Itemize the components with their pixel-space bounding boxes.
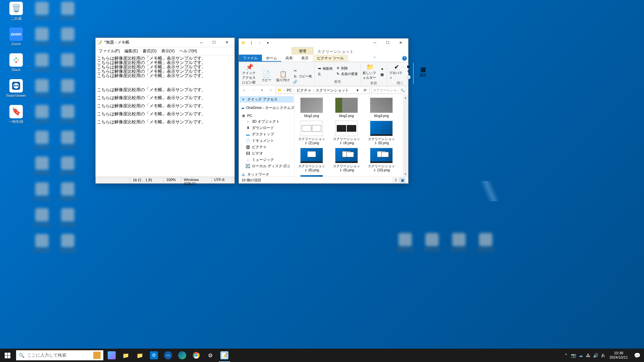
ribbon-easyaccess-button[interactable]: ▦: [379, 72, 385, 77]
tray-clock[interactable]: 10:38 2024/10/11: [607, 351, 631, 360]
view-details-button[interactable]: ☰: [393, 178, 399, 183]
maximize-button[interactable]: ☐: [381, 38, 394, 47]
file-thumbnail[interactable]: blog1.png: [297, 98, 326, 118]
ribbon-newfolder-button[interactable]: 📁新しいフォルダー: [362, 63, 378, 81]
minimize-button[interactable]: ─: [195, 38, 208, 47]
desktop-icon-blurred[interactable]: [29, 2, 55, 27]
nav-forward-button[interactable]: →: [250, 86, 257, 94]
desktop-icon-blurred[interactable]: [29, 27, 55, 53]
desktop-icon-blurred[interactable]: [55, 79, 80, 105]
ribbon-delete-button[interactable]: ✕削除: [334, 66, 359, 71]
desktop-icon-recycle-bin[interactable]: 🗑️ ごみ箱: [3, 2, 29, 27]
breadcrumb[interactable]: 📁 PC ピクチャ スクリーンショット ▾ ⟳: [276, 86, 370, 94]
desktop-icon-blurred[interactable]: [419, 233, 445, 258]
desktop-icon-blurred[interactable]: [29, 79, 55, 105]
minimize-button[interactable]: ─: [369, 38, 381, 47]
tab-picture-tools[interactable]: ピクチャ ツール: [313, 55, 348, 62]
ribbon-cut-button[interactable]: ✂: [292, 68, 313, 73]
desktop-icon-temp[interactable]: 🔖 一時利用: [3, 105, 29, 130]
ribbon-paste-shortcut-button[interactable]: 🔗: [292, 79, 313, 84]
tray-ime[interactable]: あ: [599, 353, 607, 358]
tray-network-icon[interactable]: 🖧: [585, 353, 592, 358]
tray-overflow-button[interactable]: ⌃: [562, 353, 570, 358]
context-tab-manage[interactable]: 管理: [292, 47, 313, 55]
desktop-icon-blurred[interactable]: [29, 53, 55, 79]
desktop-icon-blurred[interactable]: [55, 105, 80, 130]
nav-up-button[interactable]: ↑: [267, 86, 274, 94]
refresh-button[interactable]: ⟳: [362, 88, 368, 93]
desktop-icon-blurred[interactable]: [29, 182, 55, 208]
menu-help[interactable]: ヘルプ(H): [177, 48, 200, 55]
notepad-textarea[interactable]: こちらは解像度比較用の「メモ帳」表示サンプルです。こちらは解像度比較用の「メモ帳…: [96, 55, 234, 177]
desktop-icon-blurred[interactable]: [29, 105, 55, 130]
ribbon-properties-button[interactable]: ✔プロパティ: [388, 63, 405, 81]
ribbon-moveto-button[interactable]: ➡移動先: [316, 66, 334, 71]
taskbar-outlook[interactable]: O: [147, 349, 161, 362]
ribbon-edit-button[interactable]: ✎: [405, 69, 412, 74]
qat-properties-button[interactable]: ▫: [256, 39, 263, 46]
desktop-icon-blurred[interactable]: [29, 131, 55, 156]
taskbar-explorer[interactable]: 📁: [119, 349, 133, 362]
explorer-scrollbar[interactable]: ▲ ▼: [403, 95, 408, 177]
tab-home[interactable]: ホーム: [262, 55, 281, 62]
ribbon-open-button[interactable]: ▶: [405, 64, 412, 69]
desktop-icon-blurred[interactable]: [55, 53, 80, 79]
tray-meet-now[interactable]: 📷: [570, 353, 577, 358]
taskbar-edge[interactable]: [175, 349, 189, 362]
explorer-search-input[interactable]: スクリーンショットの検索 🔍: [371, 86, 406, 94]
desktop-icon-blurred[interactable]: [55, 208, 80, 234]
taskbar-copilot[interactable]: [105, 349, 119, 362]
file-thumbnail[interactable]: スクリーンショット (9).png: [332, 148, 361, 172]
tree-pictures[interactable]: 🖼ピクチャ: [239, 144, 293, 150]
tab-file[interactable]: ファイル: [239, 55, 262, 62]
desktop-icon-zoom[interactable]: zoom Zoom: [3, 27, 29, 53]
tree-documents[interactable]: 📄ドキュメント: [239, 137, 293, 144]
tree-network[interactable]: 🖧ネットワーク: [239, 171, 293, 177]
file-thumbnail[interactable]: スクリーンショット (4).png: [332, 121, 361, 145]
desktop-icon-blurred[interactable]: [55, 131, 80, 156]
qat-dropdown[interactable]: ▾: [264, 39, 271, 46]
nav-back-button[interactable]: ←: [241, 86, 248, 94]
close-button[interactable]: ✕: [220, 38, 233, 47]
menu-file[interactable]: ファイル(F): [96, 48, 122, 55]
tab-share[interactable]: 共有: [281, 55, 297, 62]
ribbon-copypath-button[interactable]: ⎘コピー先: [292, 74, 313, 79]
desktop-icon-slack[interactable]: Slack: [3, 53, 29, 79]
tree-pc[interactable]: 🖥PC: [239, 113, 293, 118]
tree-downloads[interactable]: ⬇ダウンロード: [239, 125, 293, 131]
taskbar-explorer-2[interactable]: 📁: [133, 349, 147, 362]
ribbon-newitem-button[interactable]: ✦: [379, 67, 385, 72]
menu-format[interactable]: 書式(O): [140, 48, 159, 55]
breadcrumb-dropdown[interactable]: ▾: [354, 88, 361, 93]
tree-desktop[interactable]: ▬デスクトップ: [239, 131, 293, 137]
breadcrumb-item[interactable]: PC: [287, 88, 292, 92]
desktop-icon-blurred[interactable]: [55, 2, 80, 27]
tree-3d-objects[interactable]: ▫3D オブジェクト: [239, 118, 293, 125]
view-thumbnails-button[interactable]: ▦: [399, 178, 406, 183]
tree-videos[interactable]: 🎞ビデオ: [239, 150, 293, 157]
taskbar-search-input[interactable]: 🔍 ここに入力して検索: [16, 350, 103, 360]
tab-view[interactable]: 表示: [297, 55, 313, 62]
ribbon-paste-button[interactable]: 📋貼り付け: [275, 70, 291, 83]
taskbar-settings[interactable]: ⚙: [203, 349, 217, 362]
scroll-down-button[interactable]: ▼: [403, 171, 408, 177]
taskbar-notepad[interactable]: 📝: [217, 349, 231, 362]
tree-music[interactable]: ♪ミュージック: [239, 157, 293, 163]
start-button[interactable]: [0, 349, 15, 362]
menu-view[interactable]: 表示(V): [159, 48, 177, 55]
menu-edit[interactable]: 編集(E): [122, 48, 140, 55]
desktop-icon-blurred[interactable]: [55, 234, 80, 259]
desktop-icon-blurred[interactable]: [29, 208, 55, 234]
explorer-titlebar[interactable]: 📁 │ ▫ ▾ ─ ☐ ✕: [239, 39, 408, 47]
desktop-icon-blurred[interactable]: [29, 157, 55, 182]
ribbon-copyto-button[interactable]: ⎘: [316, 72, 334, 76]
tray-notifications-button[interactable]: 💬: [631, 352, 644, 359]
maximize-button[interactable]: ☐: [208, 38, 220, 47]
nav-history-dropdown[interactable]: ▾: [258, 86, 266, 94]
file-thumbnail[interactable]: スクリーンショット (2).png: [297, 121, 326, 145]
file-thumbnail[interactable]: blog2.png: [332, 98, 361, 118]
notepad-titlebar[interactable]: 📝 *無題 - メモ帳 ─ ☐ ✕: [96, 38, 234, 47]
scroll-up-button[interactable]: ▲: [403, 95, 408, 100]
file-thumbnail[interactable]: スクリーンショット (6).png: [367, 121, 396, 145]
tree-quick-access[interactable]: ★クイック アクセス: [239, 96, 293, 103]
